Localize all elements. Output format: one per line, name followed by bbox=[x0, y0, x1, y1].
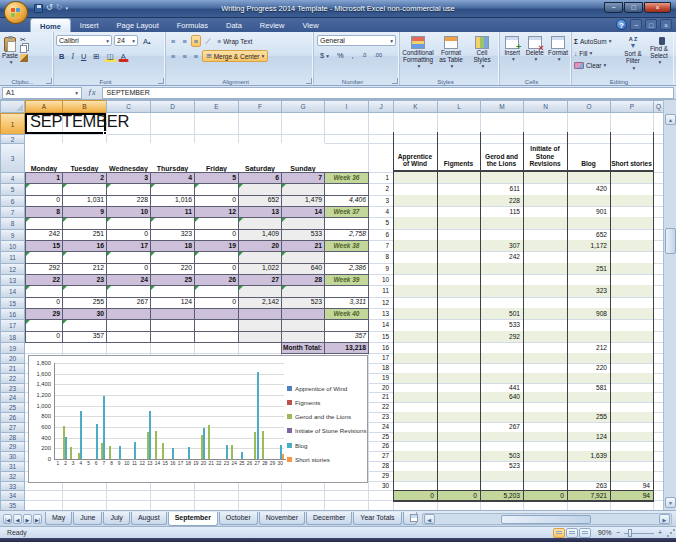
project-value-cell[interactable]: 581 bbox=[567, 383, 610, 393]
wrap-text-button[interactable]: ≡ Wrap Text bbox=[214, 35, 255, 47]
vscroll-thumb[interactable] bbox=[665, 228, 676, 254]
active-cell-selection[interactable]: SEPTEMBER bbox=[25, 113, 106, 134]
day-number-cell[interactable]: 25 bbox=[368, 432, 392, 442]
sort-filter-button[interactable]: A Z ▼ Sort & Filter▾ bbox=[620, 35, 646, 82]
zoom-level[interactable]: 90% bbox=[598, 529, 612, 536]
project-total-cell[interactable]: 0 bbox=[437, 490, 480, 500]
fill-button[interactable]: ↓ Fill▾ bbox=[574, 47, 620, 59]
alignment-dialog-launcher-icon[interactable] bbox=[306, 78, 312, 84]
zoom-thumb[interactable] bbox=[628, 529, 632, 537]
calendar-value-cell[interactable] bbox=[194, 331, 239, 343]
day-number-cell[interactable]: 15 bbox=[368, 331, 392, 342]
italic-button[interactable]: I bbox=[68, 50, 77, 62]
day-number-cell[interactable]: 3 bbox=[368, 195, 392, 206]
fill-handle[interactable] bbox=[103, 131, 107, 135]
delete-cells-button[interactable]: × Delete▾ bbox=[524, 34, 547, 83]
day-number-cell[interactable]: 17 bbox=[368, 353, 392, 363]
calendar-value-cell[interactable] bbox=[106, 331, 151, 343]
percent-button[interactable]: % bbox=[334, 49, 347, 61]
project-value-cell[interactable]: 251 bbox=[567, 263, 610, 274]
day-number-cell[interactable]: 23 bbox=[368, 412, 392, 422]
font-size-select[interactable]: 24▾ bbox=[114, 35, 138, 46]
format-as-table-button[interactable]: Format as Table▾ bbox=[435, 34, 467, 83]
page-break-view-button[interactable] bbox=[579, 528, 591, 538]
day-number-cell[interactable]: 29 bbox=[368, 471, 392, 481]
column-header-L[interactable]: L bbox=[437, 100, 481, 113]
doc-restore-icon[interactable]: □ bbox=[645, 19, 657, 30]
number-format-select[interactable]: General▾ bbox=[317, 35, 396, 46]
zoom-out-icon[interactable]: − bbox=[616, 529, 620, 536]
project-value-cell[interactable]: 220 bbox=[567, 363, 610, 373]
comma-button[interactable]: , bbox=[349, 49, 357, 61]
project-value-cell[interactable]: 503 bbox=[480, 451, 523, 461]
select-all-corner[interactable] bbox=[0, 100, 25, 113]
ribbon-tab-data[interactable]: Data bbox=[217, 18, 251, 32]
project-value-cell[interactable]: 292 bbox=[480, 331, 523, 342]
prev-sheet-icon[interactable]: ◀ bbox=[13, 514, 22, 524]
day-number-cell[interactable]: 6 bbox=[368, 229, 392, 240]
project-value-cell[interactable]: 267 bbox=[480, 422, 523, 432]
middle-align-icon[interactable]: ≡ bbox=[179, 35, 189, 47]
project-value-cell[interactable]: 212 bbox=[567, 342, 610, 353]
doc-minimize-icon[interactable]: − bbox=[630, 19, 642, 30]
project-value-cell[interactable]: 124 bbox=[567, 432, 610, 442]
scroll-up-icon[interactable]: ▲ bbox=[665, 114, 676, 125]
title-bar[interactable]: Writing Progress 2014 Template - Microso… bbox=[0, 0, 676, 18]
zoom-in-icon[interactable]: + bbox=[658, 529, 662, 536]
copy-icon[interactable] bbox=[20, 45, 27, 53]
ribbon-tab-review[interactable]: Review bbox=[251, 18, 294, 32]
project-value-cell[interactable]: 263 bbox=[567, 481, 610, 491]
day-number-cell[interactable]: 16 bbox=[368, 342, 392, 353]
project-total-cell[interactable]: 94 bbox=[610, 490, 653, 500]
align-right-icon[interactable]: ≡ bbox=[191, 50, 201, 62]
increase-decimal-button[interactable]: .0 bbox=[359, 49, 370, 61]
font-dialog-launcher-icon[interactable] bbox=[158, 78, 164, 84]
sheet-tab-november[interactable]: November bbox=[259, 512, 305, 525]
day-number-cell[interactable]: 1 bbox=[368, 172, 392, 183]
project-value-cell[interactable]: 323 bbox=[567, 285, 610, 296]
fill-color-button[interactable]: ◫ bbox=[104, 50, 117, 62]
ribbon-tab-insert[interactable]: Insert bbox=[71, 18, 108, 32]
project-value-cell[interactable]: 94 bbox=[610, 481, 653, 491]
month-total-label-cell[interactable]: Month Total: bbox=[281, 342, 325, 354]
orientation-icon[interactable]: ⟋ bbox=[202, 35, 213, 47]
paste-dropdown-icon[interactable]: ▾ bbox=[10, 59, 13, 65]
align-left-icon[interactable]: ≡ bbox=[168, 50, 178, 62]
day-number-cell[interactable]: 18 bbox=[368, 363, 392, 373]
conditional-formatting-button[interactable]: Conditional Formatting▾ bbox=[401, 34, 435, 83]
underline-button[interactable]: U bbox=[78, 50, 89, 62]
decrease-decimal-button[interactable]: .00 bbox=[371, 49, 385, 61]
format-cells-button[interactable]: Format▾ bbox=[546, 34, 570, 83]
calendar-value-cell[interactable]: 0 bbox=[25, 331, 63, 343]
project-value-cell[interactable]: 640 bbox=[480, 392, 523, 402]
project-total-cell[interactable]: 0 bbox=[523, 490, 567, 500]
column-header-I[interactable]: I bbox=[324, 100, 369, 113]
clear-button[interactable]: Clear▾ bbox=[574, 59, 620, 71]
currency-button[interactable]: $▾ bbox=[317, 49, 332, 61]
scroll-down-icon[interactable]: ▼ bbox=[665, 497, 676, 508]
project-value-cell[interactable]: 1,172 bbox=[567, 240, 610, 251]
save-icon[interactable] bbox=[34, 4, 43, 13]
column-header-M[interactable]: M bbox=[480, 100, 524, 113]
autosum-button[interactable]: Σ AutoSum▾ bbox=[574, 35, 620, 47]
top-align-icon[interactable]: ≡ bbox=[168, 35, 178, 47]
project-value-cell[interactable]: 441 bbox=[480, 383, 523, 393]
column-header-F[interactable]: F bbox=[238, 100, 282, 113]
maximize-button[interactable]: □ bbox=[624, 2, 643, 13]
project-value-cell[interactable]: 652 bbox=[567, 229, 610, 240]
project-value-cell[interactable]: 228 bbox=[480, 195, 523, 206]
project-value-cell[interactable]: 523 bbox=[480, 461, 523, 471]
day-number-cell[interactable]: 22 bbox=[368, 402, 392, 412]
formula-input[interactable]: SEPTEMBER bbox=[102, 87, 674, 99]
day-number-cell[interactable]: 13 bbox=[368, 308, 392, 319]
project-value-cell[interactable]: 420 bbox=[567, 183, 610, 194]
column-header-O[interactable]: O bbox=[567, 100, 611, 113]
project-value-cell[interactable]: 533 bbox=[480, 319, 523, 330]
sheet-tab-year-totals[interactable]: Year Totals bbox=[353, 512, 401, 525]
clipboard-dialog-launcher-icon[interactable] bbox=[46, 78, 52, 84]
column-header-P[interactable]: P bbox=[610, 100, 654, 113]
day-number-cell[interactable]: 2 bbox=[368, 183, 392, 194]
column-header-D[interactable]: D bbox=[150, 100, 195, 113]
font-name-select[interactable]: Calibri▾ bbox=[56, 35, 112, 46]
day-number-cell[interactable]: 8 bbox=[368, 251, 392, 262]
